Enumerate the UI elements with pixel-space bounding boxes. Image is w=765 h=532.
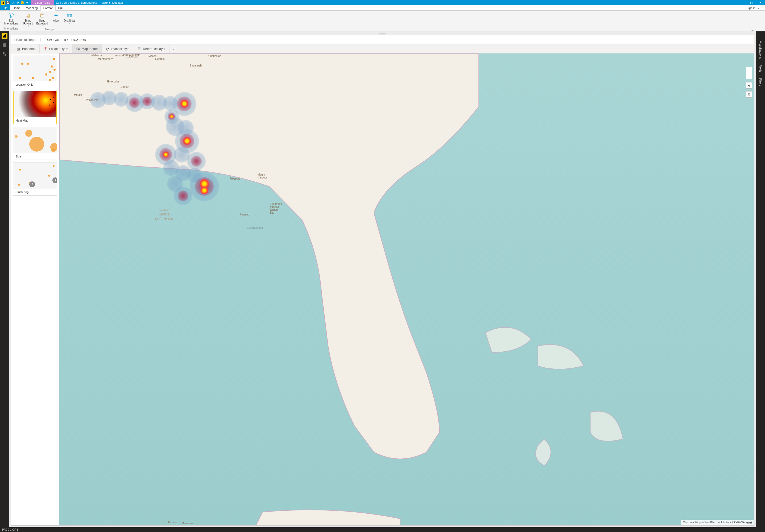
- close-button[interactable]: ✕: [756, 0, 765, 5]
- map-label: Freeport: [230, 177, 240, 180]
- save-icon[interactable]: 💾: [6, 1, 10, 5]
- select-tool-icon[interactable]: ⬉: [746, 83, 752, 88]
- layers-icon: ☰: [137, 47, 141, 51]
- map-attribution: Map data © OpenStreetMap contributors, C…: [681, 520, 754, 525]
- map-label: Mobile: [74, 93, 82, 96]
- align-icon: [53, 13, 59, 19]
- contextual-tab-visual-tools[interactable]: Visual Tools: [31, 0, 54, 5]
- map-area[interactable]: Alabama Montgomery Auburn Pine Mountain …: [59, 53, 754, 525]
- pin-icon: 📍: [43, 47, 48, 51]
- visual-more-icon[interactable]: ⋯: [751, 28, 754, 32]
- symbol-style-label: Symbol style: [111, 47, 129, 51]
- visual-header: ‹ Back to Report EXPOSURE BY LOCATION: [11, 35, 754, 44]
- location-type-label: Location type: [49, 47, 68, 51]
- chevron-up-icon[interactable]: ⌃: [761, 6, 763, 10]
- map-theme-label: Map theme: [82, 47, 98, 51]
- workspace: ⋯ ‹ Back to Report EXPOSURE BY LOCATION …: [0, 31, 765, 527]
- visual-title: EXPOSURE BY LOCATION: [40, 38, 86, 42]
- ribbon-group-interactions: Edit Interactions Interactions: [2, 11, 21, 31]
- tab-format[interactable]: Format: [40, 5, 56, 11]
- tab-modeling[interactable]: Modeling: [23, 5, 40, 10]
- svg-line-3: [10, 15, 11, 16]
- chevron-left-icon: ‹: [14, 38, 15, 42]
- map-label-country: United States of America: [155, 208, 173, 221]
- distribute-icon: [66, 13, 73, 19]
- theme-card-heat-map[interactable]: Heat Map: [13, 91, 57, 124]
- edit-interactions-button[interactable]: Edit Interactions: [3, 12, 19, 26]
- theme-icon: 🗺: [76, 47, 80, 51]
- svg-rect-22: [3, 52, 4, 53]
- chevron-down-icon[interactable]: ⌄: [757, 6, 759, 10]
- map-tool-select[interactable]: ⬉: [746, 82, 752, 89]
- theme-label-clustering: Clustering: [13, 189, 57, 195]
- minimize-button[interactable]: —: [738, 0, 747, 5]
- map-tool-box-select[interactable]: ⧉: [746, 91, 752, 98]
- data-view-icon[interactable]: [2, 42, 7, 48]
- zoom-in-button[interactable]: +: [746, 67, 752, 73]
- model-view-icon[interactable]: [2, 51, 7, 57]
- dropdown-icon[interactable]: ▾: [55, 22, 56, 24]
- theme-card-size[interactable]: Size: [13, 127, 57, 160]
- map-label: Columbus: [126, 55, 138, 58]
- map-label-water: The Bahamas: [247, 227, 264, 229]
- theme-thumb-size: [13, 127, 57, 153]
- cluster-badge: 2: [29, 182, 35, 187]
- theme-thumb-clustering: 2 2: [13, 163, 57, 189]
- smiley-icon[interactable]: 🙂: [20, 1, 24, 5]
- collapse-icon[interactable]: ‹: [762, 33, 763, 36]
- tab-location-type[interactable]: 📍 Location type: [40, 44, 72, 53]
- tab-drill[interactable]: Drill: [56, 5, 66, 10]
- window-title: Esri demo Ignite 1_screenshots - Power B…: [56, 1, 123, 4]
- titlebar: ▮ 💾 ↺ ↻ 🙂 ▾ Visual Tools Esri demo Ignit…: [0, 0, 765, 5]
- qat-dropdown-icon[interactable]: ▾: [25, 1, 29, 5]
- tab-home[interactable]: Home: [10, 5, 23, 10]
- basemap-icon: ▦: [16, 47, 20, 51]
- maximize-button[interactable]: ▢: [747, 0, 756, 5]
- canvas-drag-handle[interactable]: [11, 33, 754, 35]
- redo-icon[interactable]: ↻: [15, 1, 20, 5]
- theme-thumb-location-only: [13, 55, 57, 81]
- filters-pane-label[interactable]: Filters: [759, 76, 762, 88]
- visual-frame: ‹ Back to Report EXPOSURE BY LOCATION ▦ …: [11, 35, 754, 526]
- symbol-icon: ◔: [105, 47, 110, 51]
- quick-access-toolbar: ▮ 💾 ↺ ↻ 🙂 ▾: [0, 1, 29, 5]
- theme-panel: ✕: [11, 53, 59, 525]
- tab-map-theme[interactable]: 🗺 Map theme: [72, 44, 102, 53]
- zoom-out-button[interactable]: −: [746, 73, 752, 79]
- fields-pane-label[interactable]: Fields: [759, 63, 762, 75]
- box-select-icon[interactable]: ⧉: [746, 92, 752, 97]
- dropdown-icon[interactable]: ▾: [69, 22, 70, 24]
- svg-rect-13: [71, 14, 72, 17]
- bring-forward-button[interactable]: Bring Forward ▾: [22, 12, 34, 28]
- cluster-badge: 2: [52, 178, 57, 183]
- send-backward-label: Send Backward: [36, 19, 48, 25]
- signin-link[interactable]: Sign in: [746, 6, 755, 10]
- svg-rect-11: [67, 14, 68, 17]
- send-backward-button[interactable]: Send Backward ▾: [35, 12, 49, 28]
- svg-rect-15: [4, 35, 5, 38]
- help-button[interactable]: ?: [170, 44, 178, 53]
- tab-basemap[interactable]: ▦ Basemap: [13, 44, 40, 53]
- align-button[interactable]: Align ▾: [50, 12, 62, 25]
- tab-symbol-style[interactable]: ◔ Symbol style: [102, 44, 133, 53]
- svg-line-4: [11, 15, 12, 16]
- svg-rect-16: [5, 34, 6, 38]
- tab-file[interactable]: File: [0, 5, 10, 10]
- svg-rect-23: [5, 55, 6, 56]
- undo-icon[interactable]: ↺: [11, 1, 15, 5]
- tab-reference-layer[interactable]: ☰ Reference layer: [133, 44, 170, 53]
- group-label-interactions: Interactions: [4, 27, 18, 31]
- collapse-icon[interactable]: ‹: [758, 33, 759, 36]
- map-label: Marsh Harbour: [258, 173, 267, 179]
- report-view-icon[interactable]: [2, 33, 7, 39]
- map-label: Nassau: [240, 213, 249, 216]
- dropdown-icon[interactable]: ▾: [42, 25, 43, 27]
- back-to-report-button[interactable]: ‹ Back to Report: [14, 38, 37, 42]
- theme-card-location-only[interactable]: Location Only: [13, 55, 57, 88]
- theme-card-clustering[interactable]: 2 2 Clustering: [13, 163, 57, 196]
- distribute-button[interactable]: Distribute ▾: [63, 12, 76, 25]
- visual-body: ✕: [11, 53, 754, 525]
- attribution-text: Map data © OpenStreetMap contributors, C…: [683, 521, 745, 524]
- dropdown-icon[interactable]: ▾: [28, 25, 29, 27]
- visualizations-pane-label[interactable]: Visualizations: [759, 39, 762, 61]
